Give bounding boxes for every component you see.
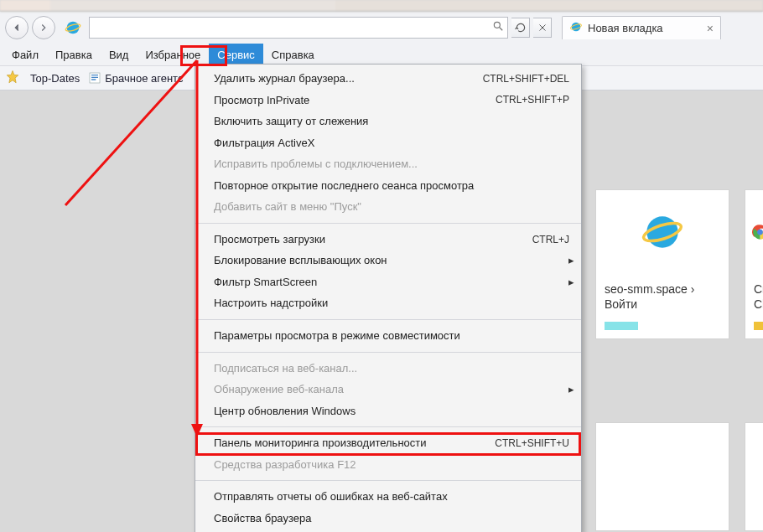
nav-row: Новая вкладка × xyxy=(0,12,763,44)
menu-add-to-start: Добавить сайт в меню "Пуск" xyxy=(195,196,581,218)
stop-button[interactable] xyxy=(533,18,552,38)
back-button[interactable] xyxy=(5,16,29,39)
forward-button[interactable] xyxy=(32,16,55,39)
menu-internet-options[interactable]: Свойства браузера xyxy=(195,508,581,529)
svg-line-3 xyxy=(500,28,503,31)
tile-caption-line1: seo-smm.space › xyxy=(605,282,694,296)
frequent-tile-3[interactable] xyxy=(595,422,729,531)
menu-label: Просмотреть загрузки xyxy=(214,232,325,247)
menu-separator xyxy=(195,480,581,481)
menu-label: Подписаться на веб-канал... xyxy=(214,361,357,376)
menu-label: Обнаружение веб-канала xyxy=(214,382,344,397)
menu-separator xyxy=(195,352,581,353)
favorite-item-topdates[interactable]: Top-Dates xyxy=(30,72,80,85)
menu-delete-history[interactable]: Удалить журнал браузера... CTRL+SHIFT+DE… xyxy=(195,68,581,90)
tile-caption: seo-smm.space › Войти xyxy=(596,274,729,312)
menu-inprivate[interactable]: Просмотр InPrivate CTRL+SHIFT+P xyxy=(195,90,581,111)
favorite-item-agency[interactable]: Брачное агентс xyxy=(88,71,183,85)
menu-shortcut: CTRL+SHIFT+P xyxy=(496,93,569,106)
tile-colorbar xyxy=(605,322,638,330)
menu-view-downloads[interactable]: Просмотреть загрузки CTRL+J xyxy=(195,229,581,251)
menu-bar: Файл Правка Вид Избранное Сервис Справка xyxy=(0,44,763,65)
tab-title: Новая вкладка xyxy=(588,22,663,34)
svg-point-2 xyxy=(494,22,500,28)
submenu-arrow-icon: ▸ xyxy=(568,275,574,290)
menu-favorites[interactable]: Избранное xyxy=(137,44,209,65)
menu-manage-addons[interactable]: Настроить надстройки xyxy=(195,292,581,314)
tools-dropdown: Удалить журнал браузера... CTRL+SHIFT+DE… xyxy=(195,64,582,532)
submenu-arrow-icon: ▸ xyxy=(568,253,574,268)
tile-caption-line1: Ска xyxy=(754,282,763,296)
menu-smartscreen[interactable]: Фильтр SmartScreen ▸ xyxy=(195,271,581,293)
menu-label: Повторное открытие последнего сеанса про… xyxy=(214,178,474,194)
menu-perf-dashboard[interactable]: Панель мониторинга производительности CT… xyxy=(195,432,581,454)
menu-label: Добавить сайт в меню "Пуск" xyxy=(214,199,361,214)
menu-activex-filter[interactable]: Фильтрация ActiveX xyxy=(195,132,581,154)
add-favorite-icon[interactable] xyxy=(5,70,22,86)
menu-label: Фильтр SmartScreen xyxy=(214,275,317,290)
refresh-button[interactable] xyxy=(511,18,530,38)
menu-label: Настроить надстройки xyxy=(214,296,328,311)
menu-label: Фильтрация ActiveX xyxy=(214,136,314,151)
menu-subscribe-feed: Подписаться на веб-канал... xyxy=(195,358,581,380)
frequent-tile-4-clipped[interactable] xyxy=(745,422,763,531)
menu-view[interactable]: Вид xyxy=(101,44,138,65)
menu-label: Свойства браузера xyxy=(214,511,311,526)
tile-thumb xyxy=(596,190,729,274)
tile-thumb xyxy=(745,423,763,507)
menu-shortcut: CTRL+J xyxy=(532,233,569,246)
menu-separator xyxy=(195,426,581,427)
menu-site-error-reports[interactable]: Отправлять отчеты об ошибках на веб-сайт… xyxy=(195,486,581,508)
tile-thumb xyxy=(745,190,763,274)
tile-row-2 xyxy=(595,422,763,531)
svg-point-0 xyxy=(67,22,80,34)
address-bar[interactable] xyxy=(89,17,508,39)
menu-discover-feed: Обнаружение веб-канала ▸ xyxy=(195,379,581,400)
svg-point-9 xyxy=(646,216,677,247)
menu-label: Центр обновления Windows xyxy=(214,404,356,419)
menu-label: Удалить журнал браузера... xyxy=(214,71,355,86)
frequent-tile-1[interactable]: seo-smm.space › Войти xyxy=(595,189,729,339)
page-icon xyxy=(88,71,101,85)
search-icon xyxy=(492,20,504,35)
menu-separator xyxy=(195,223,581,224)
menu-f12-devtools: Средства разработчика F12 xyxy=(195,454,581,476)
menu-label: Панель мониторинга производительности xyxy=(214,436,427,451)
tab-favicon xyxy=(569,20,583,36)
menu-edit[interactable]: Правка xyxy=(47,44,101,65)
frequent-tile-2-clipped[interactable]: Ска Ch xyxy=(745,189,763,339)
menu-label: Исправить проблемы с подключением... xyxy=(214,157,418,172)
menu-shortcut: CTRL+SHIFT+U xyxy=(495,436,569,450)
menu-tracking-protection[interactable]: Включить защиту от слежения xyxy=(195,111,581,132)
browser-tab[interactable]: Новая вкладка × xyxy=(562,16,721,39)
menu-fix-connection: Исправить проблемы с подключением... xyxy=(195,153,581,175)
page-favicon xyxy=(64,18,82,37)
favorite-label: Top-Dates xyxy=(30,72,80,85)
tile-caption: Ска Ch xyxy=(745,274,763,312)
menu-windows-update[interactable]: Центр обновления Windows xyxy=(195,400,581,422)
menu-label: Средства разработчика F12 xyxy=(214,457,356,473)
menu-label: Параметры просмотра в режиме совместимос… xyxy=(214,328,460,343)
menu-label: Включить защиту от слежения xyxy=(214,114,368,129)
svg-point-6 xyxy=(572,23,581,32)
menu-label: Блокирование всплывающих окон xyxy=(214,253,387,268)
menu-tools[interactable]: Сервис xyxy=(209,44,263,65)
svg-point-12 xyxy=(757,230,763,235)
menu-shortcut: CTRL+SHIFT+DEL xyxy=(483,72,569,85)
tile-row-1: seo-smm.space › Войти Ска Ch xyxy=(595,189,763,339)
submenu-arrow-icon: ▸ xyxy=(568,382,574,397)
menu-reopen-last-session[interactable]: Повторное открытие последнего сеанса про… xyxy=(195,175,581,197)
tile-colorbar xyxy=(754,322,763,330)
favorite-label: Брачное агентс xyxy=(105,72,183,85)
tile-caption-line2: Войти xyxy=(605,297,637,311)
close-tab-icon[interactable]: × xyxy=(707,22,714,35)
menu-help[interactable]: Справка xyxy=(263,44,323,65)
tile-caption-line2: Ch xyxy=(754,297,763,311)
menu-label: Просмотр InPrivate xyxy=(214,93,309,108)
menu-file[interactable]: Файл xyxy=(3,44,47,65)
menu-popup-blocker[interactable]: Блокирование всплывающих окон ▸ xyxy=(195,250,581,271)
tile-thumb xyxy=(596,423,729,507)
menu-compat-view[interactable]: Параметры просмотра в режиме совместимос… xyxy=(195,325,581,347)
menu-label: Отправлять отчеты об ошибках на веб-сайт… xyxy=(214,489,448,504)
os-taskbar-blur xyxy=(0,0,763,12)
